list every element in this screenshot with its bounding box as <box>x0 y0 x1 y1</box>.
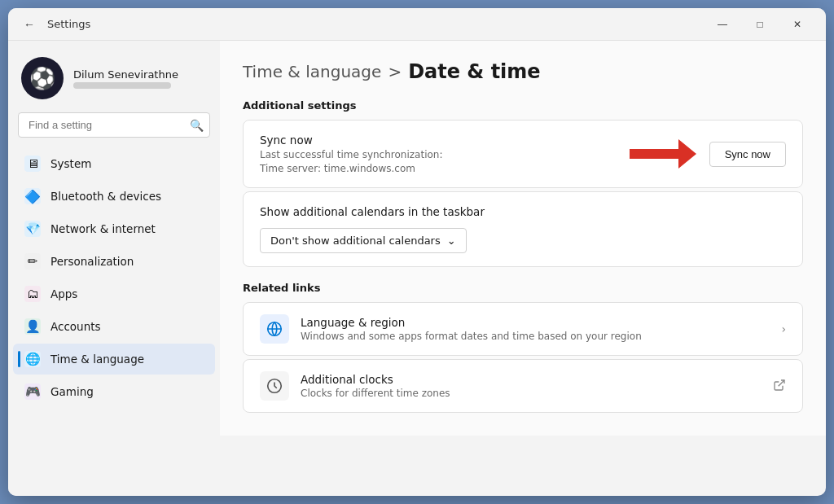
sidebar-item-time-label: Time & language <box>50 353 144 366</box>
sidebar-item-network-label: Network & internet <box>50 222 156 235</box>
language-region-card[interactable]: Language & region Windows and some apps … <box>243 302 803 356</box>
bluetooth-icon: 🔷 <box>24 188 41 204</box>
search-icon: 🔍 <box>190 119 204 132</box>
titlebar: ← Settings — □ ✕ <box>8 8 826 41</box>
sidebar-item-apps[interactable]: 🗂 Apps <box>13 278 215 309</box>
calendar-card: Show additional calendars in the taskbar… <box>243 191 803 267</box>
personalization-icon: ✏️ <box>24 253 41 270</box>
main-panel: Time & language > Date & time Additional… <box>220 41 826 436</box>
sidebar-item-system-label: System <box>50 157 91 170</box>
arrow-head <box>678 139 696 169</box>
calendar-label: Show additional calendars in the taskbar <box>260 205 786 218</box>
accounts-icon: 👤 <box>24 318 41 335</box>
sidebar-item-bluetooth-label: Bluetooth & devices <box>50 190 161 203</box>
related-links-title: Related links <box>243 282 803 294</box>
apps-icon: 🗂 <box>24 286 41 302</box>
system-icon: 🖥 <box>24 156 41 172</box>
arrow-body <box>630 149 678 159</box>
network-icon: 💎 <box>24 221 41 237</box>
sidebar-item-accounts[interactable]: 👤 Accounts <box>13 311 215 342</box>
close-button[interactable]: ✕ <box>779 8 816 41</box>
sync-row: Sync now Last successful time synchroniz… <box>260 134 786 174</box>
sidebar-item-network[interactable]: 💎 Network & internet <box>13 213 215 244</box>
gaming-icon: 🎮 <box>24 383 41 400</box>
sidebar-item-accounts-label: Accounts <box>50 320 101 333</box>
language-region-sub: Windows and some apps format dates and t… <box>301 331 770 342</box>
breadcrumb-separator: > <box>388 62 402 81</box>
additional-clocks-title: Additional clocks <box>301 373 762 386</box>
sync-sub1: Last successful time synchronization: <box>260 149 442 160</box>
breadcrumb-parent: Time & language <box>243 62 381 81</box>
main-content: ⚽ Dilum Senevirathne 🔍 🖥 System 🔷 Blueto… <box>8 41 826 496</box>
user-profile: ⚽ Dilum Senevirathne <box>8 50 220 112</box>
avatar: ⚽ <box>21 57 64 99</box>
language-icon <box>260 314 289 344</box>
window-controls: — □ ✕ <box>704 8 816 41</box>
red-arrow <box>630 139 696 169</box>
search-input[interactable] <box>18 112 210 138</box>
main-wrapper: Time & language > Date & time Additional… <box>220 41 826 496</box>
settings-window: ← Settings — □ ✕ ⚽ Dilum Senevirathne 🔍 <box>8 8 826 496</box>
back-button[interactable]: ← <box>18 13 41 36</box>
sidebar-item-gaming-label: Gaming <box>50 385 94 398</box>
sidebar-item-gaming[interactable]: 🎮 Gaming <box>13 376 215 407</box>
breadcrumb-current: Date & time <box>408 60 541 83</box>
sidebar: ⚽ Dilum Senevirathne 🔍 🖥 System 🔷 Blueto… <box>8 41 220 496</box>
chevron-down-icon: ⌄ <box>447 234 456 247</box>
sync-info: Sync now Last successful time synchroniz… <box>260 134 442 174</box>
sync-sub2: Time server: time.windows.com <box>260 163 442 174</box>
svg-line-2 <box>779 380 784 386</box>
time-icon: 🌐 <box>24 351 41 367</box>
user-info: Dilum Senevirathne <box>73 68 178 89</box>
user-subtitle <box>73 82 171 89</box>
sidebar-item-time[interactable]: 🌐 Time & language <box>13 344 215 375</box>
external-link-icon <box>773 379 786 394</box>
sync-title: Sync now <box>260 134 442 147</box>
minimize-button[interactable]: — <box>704 8 741 41</box>
chevron-right-icon: › <box>781 322 786 335</box>
sync-now-button[interactable]: Sync now <box>709 142 786 167</box>
sidebar-item-bluetooth[interactable]: 🔷 Bluetooth & devices <box>13 181 215 212</box>
sync-arrow-area: Sync now <box>630 139 786 169</box>
additional-clocks-sub: Clocks for different time zones <box>301 388 762 399</box>
language-region-text: Language & region Windows and some apps … <box>301 316 770 342</box>
additional-clocks-text: Additional clocks Clocks for different t… <box>301 373 762 399</box>
window-title: Settings <box>47 18 90 30</box>
sidebar-item-personalization[interactable]: ✏️ Personalization <box>13 246 215 277</box>
additional-settings-title: Additional settings <box>243 99 803 112</box>
sidebar-item-system[interactable]: 🖥 System <box>13 148 215 179</box>
calendar-dropdown[interactable]: Don't show additional calendars ⌄ <box>260 228 467 253</box>
additional-clocks-card[interactable]: Additional clocks Clocks for different t… <box>243 359 803 413</box>
sidebar-item-apps-label: Apps <box>50 287 77 300</box>
maximize-button[interactable]: □ <box>741 8 779 41</box>
clocks-icon <box>260 371 289 401</box>
sidebar-item-personalization-label: Personalization <box>50 255 134 268</box>
calendar-dropdown-value: Don't show additional calendars <box>270 234 441 247</box>
search-box: 🔍 <box>18 112 210 138</box>
user-name: Dilum Senevirathne <box>73 68 178 81</box>
breadcrumb: Time & language > Date & time <box>243 60 803 83</box>
language-region-title: Language & region <box>301 316 770 329</box>
sync-card: Sync now Last successful time synchroniz… <box>243 120 803 188</box>
